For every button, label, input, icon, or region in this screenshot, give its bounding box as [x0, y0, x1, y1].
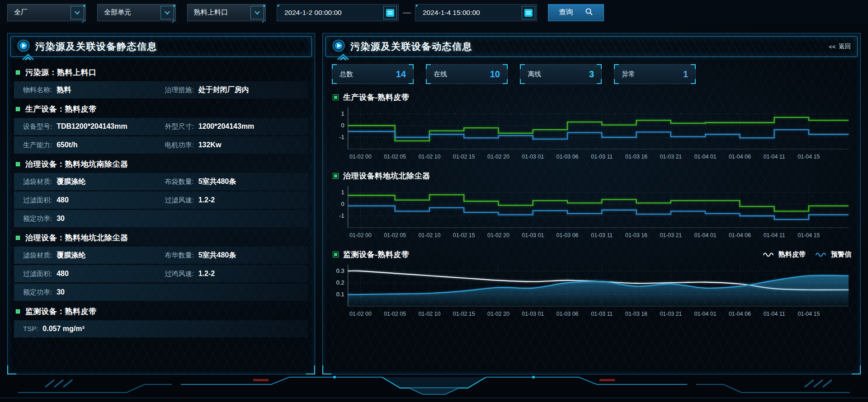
- svg-text:01-03 06: 01-03 06: [557, 311, 579, 317]
- svg-text:01-04 11: 01-04 11: [764, 311, 785, 317]
- info-label: 额定功率:: [23, 288, 52, 297]
- svg-text:01-04 01: 01-04 01: [694, 232, 717, 238]
- svg-text:0: 0: [341, 201, 344, 207]
- wavy-line-icon: [763, 252, 775, 257]
- info-cell: 外型尺寸:1200*204143mm: [165, 122, 307, 131]
- info-value: 30: [57, 215, 65, 223]
- back-button[interactable]: << 返回: [829, 42, 851, 51]
- svg-text:01-02 00: 01-02 00: [349, 154, 372, 160]
- section-title: 生产设备：熟料皮带: [25, 104, 97, 114]
- svg-text:-1: -1: [339, 212, 344, 219]
- chevron-down-icon[interactable]: [160, 6, 174, 19]
- info-cell: 滤袋材质:覆膜涤纶: [23, 177, 165, 187]
- info-label: 电机功率:: [165, 141, 194, 150]
- svg-text:01-04 11: 01-04 11: [764, 232, 785, 238]
- svg-text:01-02 05: 01-02 05: [384, 232, 406, 238]
- static-info-panel: 污染源及关联设备静态信息 污染源：熟料上料口物料名称:熟料治理措施:处于封闭厂房…: [7, 33, 315, 374]
- legend-item-熟料皮带[interactable]: 熟料皮带: [763, 250, 806, 259]
- legend-item-预警信[interactable]: 预警信: [816, 250, 851, 259]
- info-value: 650t/h: [57, 141, 77, 149]
- info-cell: TSP:0.057 mg/m³: [23, 325, 307, 333]
- info-value: 熟料: [57, 85, 71, 95]
- date-from-field[interactable]: 2024-1-2 00:00:00: [277, 4, 399, 21]
- svg-text:01-02 15: 01-02 15: [453, 232, 475, 238]
- svg-text:01-02 15: 01-02 15: [453, 311, 475, 317]
- svg-text:01-02 05: 01-02 05: [384, 154, 406, 160]
- info-label: 生产能力:: [23, 141, 52, 150]
- corner-bracket: [691, 79, 696, 84]
- info-label: 滤袋材质:: [23, 251, 52, 260]
- chart-title: 生产设备-熟料皮带: [343, 92, 409, 103]
- section-title: 治理设备：熟料地坑北除尘器: [25, 233, 128, 243]
- section-header: 污染源：熟料上料口: [14, 63, 308, 81]
- info-cell: 过鸿风速:1.2-2: [165, 270, 307, 278]
- header-chevron-decoration: [21, 53, 39, 62]
- stat-label: 异常: [622, 70, 635, 79]
- chevron-down-icon[interactable]: [250, 6, 264, 19]
- svg-text:01-04 01: 01-04 01: [694, 154, 717, 160]
- corner-bracket: [614, 64, 619, 69]
- chart-plot-0: 10-101-02 0001-02 0501-02 1001-02 1501-0…: [332, 104, 851, 163]
- info-label: 布袋数量:: [165, 178, 194, 186]
- svg-text:01-03 01: 01-03 01: [522, 311, 544, 317]
- chart-title-row: 治理设备料地坑北除尘器: [332, 169, 851, 182]
- green-square-icon: [16, 236, 20, 240]
- section-header: 治理设备：熟料地坑北除尘器: [14, 229, 308, 247]
- svg-text:01-02 20: 01-02 20: [487, 232, 509, 238]
- stat-value: 1: [683, 69, 688, 79]
- info-label: 外型尺寸:: [165, 122, 194, 131]
- main-area: 污染源及关联设备静态信息 污染源：熟料上料口物料名称:熟料治理措施:处于封闭厂房…: [0, 25, 868, 374]
- green-square-icon: [16, 70, 20, 75]
- svg-text:0: 0: [341, 122, 344, 129]
- chart-plot-2: 0.30.20.101-02 0001-02 0501-02 1001-02 1…: [332, 261, 851, 320]
- info-cell: 过滤风速:1.2-2: [165, 196, 307, 205]
- dropdown-factory[interactable]: 全厂: [7, 4, 86, 21]
- calendar-icon[interactable]: [383, 6, 397, 19]
- info-row: 设备型号:TDB1200*204143mm外型尺寸:1200*204143mm: [14, 118, 308, 135]
- dynamic-info-header: 污染源及关联设备动态信息 << 返回: [326, 36, 858, 57]
- info-value: 480: [57, 196, 69, 204]
- corner-bracket: [409, 64, 414, 69]
- green-square-icon: [16, 309, 20, 313]
- query-button[interactable]: 查询: [548, 4, 604, 21]
- svg-text:01-04 01: 01-04 01: [694, 311, 717, 317]
- stat-label: 总数: [340, 70, 353, 79]
- dropdown-pollution-source-value: 熟料上料口: [188, 8, 250, 17]
- green-square-icon: [16, 107, 20, 111]
- info-label: 过滤面积:: [23, 196, 52, 205]
- svg-text:01-02 10: 01-02 10: [418, 232, 440, 238]
- svg-text:01-03 16: 01-03 16: [625, 154, 647, 160]
- back-arrows: <<: [829, 43, 836, 50]
- svg-text:01-02 20: 01-02 20: [487, 154, 509, 160]
- svg-text:01-02 20: 01-02 20: [487, 311, 509, 317]
- dropdown-unit[interactable]: 全部单元: [97, 4, 176, 21]
- info-value: 覆膜涤纶: [57, 177, 85, 187]
- dropdown-pollution-source[interactable]: 熟料上料口: [187, 4, 266, 21]
- green-square-icon: [333, 252, 339, 257]
- dashboard-root: { "topbar": { "dropdowns": [ { "value": …: [0, 0, 868, 402]
- chevron-down-icon[interactable]: [71, 6, 84, 19]
- info-value: 1.2-2: [198, 270, 215, 278]
- svg-text:01-02 15: 01-02 15: [453, 154, 475, 160]
- info-cell: 生产能力:650t/h: [23, 141, 165, 150]
- svg-text:01-04 15: 01-04 15: [797, 232, 820, 238]
- stat-box-在线: 在线10: [426, 64, 508, 84]
- svg-text:01-03 06: 01-03 06: [557, 232, 579, 238]
- chart-title-row: 生产设备-熟料皮带: [332, 90, 851, 104]
- footer: [0, 374, 868, 402]
- info-cell: 治理措施:处于封闭厂房内: [165, 85, 307, 95]
- stat-label: 离线: [528, 70, 541, 79]
- svg-text:01-02 00: 01-02 00: [349, 232, 372, 238]
- svg-text:01-03 21: 01-03 21: [660, 154, 682, 160]
- svg-text:01-03 21: 01-03 21: [660, 232, 682, 238]
- stat-value: 14: [396, 69, 406, 79]
- svg-text:01-03 01: 01-03 01: [522, 154, 544, 160]
- wavy-line-icon: [816, 252, 827, 257]
- info-label: 额定功率:: [23, 215, 52, 223]
- calendar-icon[interactable]: [522, 6, 535, 19]
- info-value: 处于封闭厂房内: [198, 85, 249, 95]
- info-label: 过鸿风速:: [165, 270, 194, 278]
- info-cell: 布袋数量:5室共480条: [165, 177, 307, 187]
- search-icon: [585, 8, 593, 18]
- date-to-field[interactable]: 2024-1-4 15:00:00: [415, 4, 537, 21]
